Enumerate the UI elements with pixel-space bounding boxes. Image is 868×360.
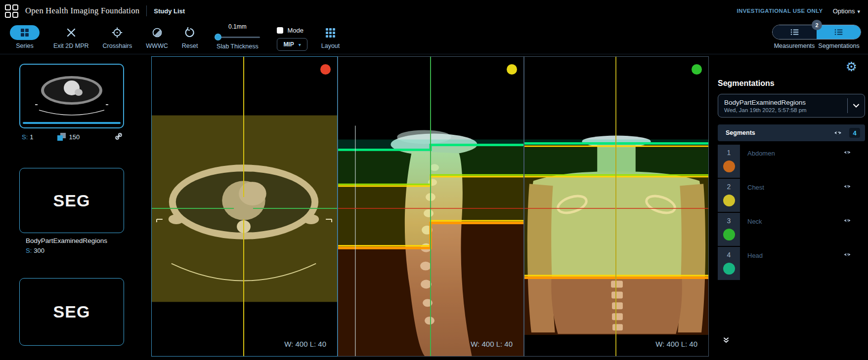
divider: [146, 5, 147, 16]
seg-modality-label: SEG: [53, 191, 90, 210]
close-x-icon: [66, 25, 76, 40]
study-browser-sidebar: S: 1 150 SEG BodyPartExaminedRegions S: …: [0, 54, 151, 360]
segmentation-panel: ⚙ Segmentations BodyPartExaminedRegions …: [709, 54, 868, 360]
slider-track[interactable]: [215, 37, 260, 38]
mode-label: Mode: [287, 27, 304, 34]
window-level-label: W: 400 L: 40: [655, 340, 697, 348]
segment-row-neck[interactable]: 3 Neck: [718, 213, 865, 246]
seg-modality-label: SEG: [53, 302, 90, 321]
segment-color-swatch[interactable]: [723, 229, 735, 240]
segment-number-cell[interactable]: 3: [718, 213, 740, 246]
coronal-ct-image: [524, 57, 708, 356]
layout-grid-icon: [326, 25, 335, 40]
tab-segmentations[interactable]: [817, 25, 861, 39]
chevron-down-icon[interactable]: [848, 104, 865, 108]
instance-stack-icon: [57, 133, 66, 141]
series-number: 300: [34, 247, 44, 254]
segmentations-tab-label[interactable]: Segmentations: [817, 42, 861, 49]
panel-tabs: 2 Measurements Segmentations: [772, 25, 861, 49]
series-active-pill[interactable]: [10, 25, 40, 40]
eye-visibility-icon[interactable]: [842, 251, 852, 260]
list-icon: [834, 28, 844, 36]
toolbar: Series Exit 2D MPR Crosshairs: [0, 22, 868, 54]
ct-axial-thumbnail-image: [20, 65, 123, 127]
thumbnail-ct-series[interactable]: [19, 64, 124, 128]
instance-count: 150: [69, 133, 80, 141]
double-chevron-down-icon[interactable]: [723, 337, 730, 346]
segment-label[interactable]: Abdomen: [747, 150, 775, 157]
ohif-logo-icon[interactable]: [5, 4, 18, 18]
segment-number-cell[interactable]: 4: [718, 247, 740, 280]
viewport-bottom-gap: [151, 357, 709, 360]
segments-count-badge: 4: [849, 128, 860, 138]
thumbnail-2-meta: S: 300: [26, 247, 127, 254]
exit-2d-mpr-button[interactable]: Exit 2D MPR: [53, 25, 89, 49]
layout-tool-button[interactable]: Layout: [321, 25, 340, 49]
list-icon: [790, 28, 800, 36]
segment-row-abdomen[interactable]: 1 Abdomen: [718, 145, 865, 178]
segmentations-count-badge: 2: [812, 20, 822, 30]
segment-number-cell[interactable]: 1: [718, 145, 740, 178]
series-tool-button[interactable]: Series: [10, 25, 40, 49]
gear-icon[interactable]: ⚙: [846, 60, 857, 73]
segment-label[interactable]: Head: [747, 252, 763, 259]
study-list-link[interactable]: Study List: [154, 7, 185, 15]
chevron-down-icon: ▾: [857, 8, 860, 14]
eye-visibility-icon[interactable]: [842, 183, 852, 192]
link-icon[interactable]: [115, 132, 123, 142]
viewport-coronal[interactable]: W: 400 L: 40: [524, 56, 709, 357]
seg-description: BodyPartExaminedRegions: [26, 237, 139, 244]
viewport-axial[interactable]: W: 400 L: 40: [151, 56, 338, 357]
tab-measurements[interactable]: [773, 25, 817, 39]
segmentation-name: BodyPartExaminedRegions: [724, 99, 847, 106]
panel-title: Segmentations: [718, 79, 775, 88]
crosshairs-tool-button[interactable]: Crosshairs: [103, 25, 132, 49]
thumbnail-seg-1[interactable]: SEG: [19, 168, 124, 233]
segment-number-cell[interactable]: 2: [718, 179, 740, 212]
options-menu-button[interactable]: Options▾: [833, 7, 860, 15]
window-level-label: W: 400 L: 40: [284, 340, 326, 348]
eye-visibility-icon[interactable]: [842, 149, 852, 158]
segment-label[interactable]: Chest: [747, 184, 764, 191]
window-level-icon: [152, 25, 163, 40]
series-number: 1: [30, 133, 33, 141]
segment-row-chest[interactable]: 2 Chest: [718, 179, 865, 212]
eye-visibility-icon[interactable]: [832, 129, 843, 137]
segments-header: Segments 4: [718, 124, 865, 141]
orientation-marker-red: [320, 64, 331, 75]
slab-thickness-value: 0.1mm: [228, 23, 247, 30]
crosshairs-icon: [112, 25, 123, 40]
segment-color-swatch[interactable]: [723, 263, 735, 275]
orientation-marker-yellow: [507, 64, 517, 75]
ohif-viewer-app: Open Health Imaging Foundation Study Lis…: [0, 0, 868, 360]
thumbnail-1-meta: S: 1 150: [22, 132, 123, 142]
sagittal-ct-image: [338, 57, 523, 356]
segment-label[interactable]: Neck: [747, 218, 762, 225]
investigational-use-label: INVESTIGATIONAL USE ONLY: [737, 8, 823, 14]
window-level-label: W: 400 L: 40: [471, 340, 513, 348]
axial-ct-image: [152, 57, 337, 356]
top-bar: Open Health Imaging Foundation Study Lis…: [0, 0, 868, 22]
series-grid-icon: [21, 29, 29, 37]
measurements-tab-label[interactable]: Measurements: [772, 42, 817, 49]
mode-checkbox[interactable]: [277, 27, 283, 34]
segmentation-date: Wed, Jan 19th 2022, 5:57:58 pm: [724, 107, 847, 113]
segment-color-swatch[interactable]: [723, 160, 735, 172]
app-title: Open Health Imaging Foundation: [25, 6, 139, 16]
mode-control-group: Mode MIP ▾: [277, 25, 307, 51]
segment-row-head[interactable]: 4 Head: [718, 247, 865, 280]
reset-rotate-icon: [184, 25, 195, 40]
slab-thickness-slider[interactable]: [215, 34, 260, 40]
reset-tool-button[interactable]: Reset: [182, 25, 198, 49]
segment-color-swatch[interactable]: [723, 195, 735, 206]
segmentation-select-dropdown[interactable]: BodyPartExaminedRegions Wed, Jan 19th 20…: [718, 94, 865, 118]
slider-thumb[interactable]: [215, 34, 221, 40]
chevron-down-icon: ▾: [299, 42, 301, 47]
slab-thickness-control: 0.1mm Slab Thickness: [211, 25, 264, 50]
eye-visibility-icon[interactable]: [842, 217, 852, 226]
thumbnail-seg-2[interactable]: SEG: [19, 278, 124, 346]
viewport-sagittal[interactable]: W: 400 L: 40: [338, 56, 524, 357]
mip-dropdown[interactable]: MIP ▾: [277, 38, 307, 51]
orientation-marker-green: [692, 64, 702, 75]
wwwc-tool-button[interactable]: WWWC: [146, 25, 168, 49]
